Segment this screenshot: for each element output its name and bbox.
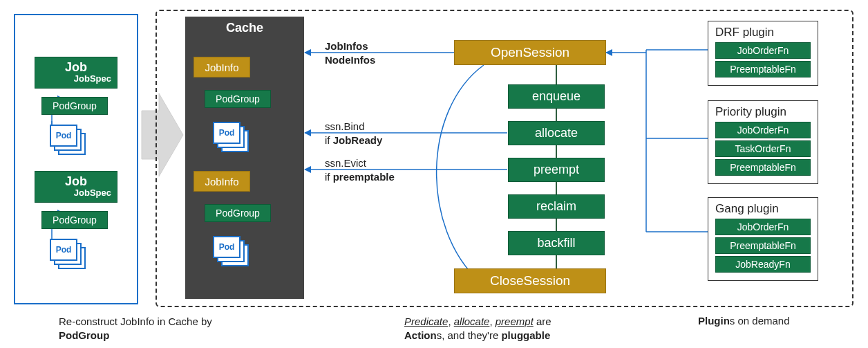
plugin-gang-title: Gang plugin [715, 202, 811, 216]
caption-c2-mid: s, and they're [437, 329, 502, 341]
action-allocate: allocate [508, 121, 605, 145]
job-label: Job [41, 60, 111, 75]
if-prefix: if [325, 134, 333, 146]
edge-jobready: if JobReady [325, 134, 382, 146]
action-backfill: backfill [508, 231, 605, 255]
pod-label-2: Pod [56, 245, 72, 255]
cache-podgroup-label-2: PodGroup [216, 208, 260, 219]
close-session-box: CloseSession [454, 268, 606, 293]
jobinfo-box-2: JobInfo [194, 171, 250, 192]
podgroup-box-1: PodGroup [41, 97, 108, 115]
cache-podgroup-2: PodGroup [205, 204, 271, 222]
plugin-priority: Priority plugin JobOrderFn TaskOrderFn P… [708, 100, 818, 184]
caption-center: Predicate, allocate, preempt are Actions… [404, 315, 653, 343]
plugin-drf: DRF plugin JobOrderFn PreemptableFn [708, 21, 818, 86]
cache-pod-label: Pod [219, 128, 235, 138]
podgroup-label: PodGroup [53, 100, 97, 111]
plugin-priority-fn2: TaskOrderFn [715, 140, 811, 157]
allocate-label: allocate [535, 126, 578, 140]
plugin-priority-fn3: PreemptableFn [715, 159, 811, 176]
preemptable-bold: preemptable [333, 171, 395, 183]
caption-c2-it1: Predicate [404, 315, 448, 327]
plugin-drf-title: DRF plugin [715, 26, 811, 39]
reclaim-label: reclaim [536, 199, 576, 214]
podgroup-box-2: PodGroup [41, 211, 108, 229]
plugin-gang-fn2: PreemptableFn [715, 237, 811, 254]
jobinfo-label-2: JobInfo [205, 176, 238, 187]
job-box-1: Job JobSpec [35, 57, 117, 89]
caption-c2-b2: pluggable [501, 329, 550, 341]
close-session-label: CloseSession [490, 273, 570, 289]
caption-left-bold: PodGroup [59, 329, 109, 341]
job-box-2: Job JobSpec [35, 171, 117, 203]
plugin-drf-fn2: PreemptableFn [715, 61, 811, 77]
plugin-gang-fn1: JobOrderFn [715, 219, 811, 235]
jobready-bold: JobReady [333, 134, 383, 146]
plugin-drf-fn1: JobOrderFn [715, 42, 811, 59]
plugin-priority-fn1: JobOrderFn [715, 122, 811, 138]
plugin-gang-fn3: JobReadyFn [715, 256, 811, 273]
action-preempt: preempt [508, 158, 605, 182]
edge-nodeinfos: NodeInfos [325, 54, 375, 66]
enqueue-label: enqueue [532, 89, 581, 104]
edge-ssnevict: ssn.Evict [325, 157, 366, 169]
job-label-2: Job [41, 174, 111, 189]
caption-c2-after: are [534, 315, 551, 327]
cache-podgroup-1: PodGroup [205, 90, 271, 108]
cache-title: Cache [185, 21, 304, 35]
caption-left-line1: Re-construct JobInfo in Cache by [59, 315, 212, 327]
backfill-label: backfill [537, 236, 575, 250]
caption-c2-it3: preempt [496, 315, 534, 327]
jobspec-label-2: JobSpec [41, 187, 111, 198]
pod-label: Pod [56, 131, 72, 140]
edge-preemptable: if preemptable [325, 171, 395, 183]
edge-jobinfos: JobInfos [325, 40, 368, 52]
action-enqueue: enqueue [508, 84, 605, 109]
cache-podgroup-label: PodGroup [216, 93, 260, 104]
plugin-priority-title: Priority plugin [715, 105, 811, 119]
caption-right: Plugins on demand [698, 315, 790, 327]
podgroup-label-2: PodGroup [53, 214, 97, 226]
edge-ssnbind: ssn.Bind [325, 120, 365, 132]
caption-c2-b1: Action [404, 329, 437, 341]
open-session-box: OpenSession [454, 40, 606, 65]
plugin-gang: Gang plugin JobOrderFn PreemptableFn Job… [708, 197, 818, 281]
caption-c2-it2: allocate [454, 315, 490, 327]
caption-left: Re-construct JobInfo in Cache by PodGrou… [59, 315, 266, 343]
preempt-label: preempt [534, 163, 579, 177]
cache-pod-label-2: Pod [219, 242, 235, 252]
caption-right-rest: s on demand [730, 315, 790, 327]
jobinfo-label: JobInfo [205, 62, 238, 73]
if-prefix-2: if [325, 171, 333, 183]
jobinfo-box-1: JobInfo [194, 57, 250, 77]
open-session-label: OpenSession [491, 45, 569, 60]
jobspec-label: JobSpec [41, 73, 111, 84]
action-reclaim: reclaim [508, 194, 605, 219]
caption-right-bold: Plugin [698, 315, 730, 327]
